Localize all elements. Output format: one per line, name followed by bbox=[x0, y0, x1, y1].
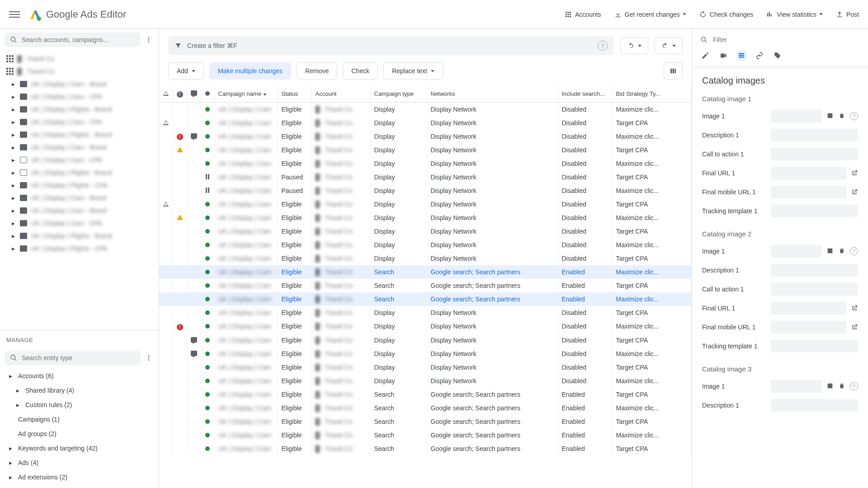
manage-item[interactable]: ▸Shared library (4) bbox=[0, 383, 159, 398]
remove-button[interactable]: Remove bbox=[297, 62, 337, 80]
tree-item[interactable]: ▸UK | Display | Cars - CPA bbox=[0, 154, 159, 166]
field-input[interactable] bbox=[771, 129, 858, 141]
table-row[interactable]: UK | Display | CamEligible█ - Travel CoS… bbox=[159, 442, 692, 455]
image-icon[interactable] bbox=[826, 247, 834, 254]
field-input[interactable] bbox=[771, 283, 858, 296]
tree-item[interactable]: █ - Travel Co bbox=[0, 65, 159, 78]
hamburger-icon[interactable] bbox=[9, 9, 20, 20]
manage-item[interactable]: Ad groups (2) bbox=[0, 427, 159, 441]
get-recent-changes-button[interactable]: Get recent changes bbox=[614, 10, 686, 19]
tree-item[interactable]: ▸UK | Display | Cars - CPA bbox=[0, 116, 159, 128]
col-status[interactable]: Status bbox=[278, 86, 311, 102]
table-row[interactable]: !UK | Display | CamEligible█ - Travel Co… bbox=[159, 319, 692, 333]
undo-button[interactable] bbox=[620, 37, 648, 54]
right-filter[interactable] bbox=[692, 29, 868, 48]
search-accounts-input[interactable] bbox=[5, 33, 141, 47]
manage-item[interactable]: ▸Ad extensions (2) bbox=[0, 470, 159, 484]
table-row[interactable]: UK | Display | CamEligible█ - Travel CoD… bbox=[159, 361, 692, 374]
table-row[interactable]: UK | Display | CamEligible█ - Travel CoS… bbox=[159, 279, 692, 292]
video-icon[interactable] bbox=[718, 51, 728, 61]
manage-item[interactable]: Campaigns (1) bbox=[0, 412, 159, 427]
more-icon[interactable] bbox=[143, 34, 154, 45]
replace-text-button[interactable]: Replace text bbox=[383, 62, 443, 80]
tree-item[interactable]: ▸UK | Display | Flights - Brand bbox=[0, 128, 159, 141]
table-row[interactable]: UK | Display | CamEligible█ - Travel CoD… bbox=[159, 306, 692, 319]
columns-button[interactable] bbox=[664, 62, 683, 80]
manage-item[interactable]: ▸Ads (4) bbox=[0, 455, 159, 470]
field-input[interactable] bbox=[771, 205, 858, 217]
tree-item[interactable]: ▸UK | Display | Cars - CPA bbox=[0, 217, 159, 230]
table-row[interactable]: UK | Display | CamEligible█ - Travel CoD… bbox=[159, 197, 692, 211]
tree-item[interactable]: ▸UK | Display | Flights - Brand bbox=[0, 166, 159, 179]
table-row[interactable]: UK | Display | CamEligible█ - Travel CoD… bbox=[159, 238, 692, 252]
table-row[interactable]: UK | Display | CamPaused█ - Travel CoDis… bbox=[159, 170, 692, 184]
trash-icon[interactable] bbox=[838, 112, 845, 119]
table-row[interactable]: UK | Display | CamEligible█ - Travel CoD… bbox=[159, 225, 692, 238]
field-input[interactable] bbox=[771, 264, 858, 277]
image-icon[interactable] bbox=[826, 382, 834, 389]
redo-button[interactable] bbox=[655, 37, 683, 54]
col-campaign-type[interactable]: Campaign type bbox=[370, 86, 427, 102]
tree-item[interactable]: ▸UK | Display | Flights - CPA bbox=[0, 179, 159, 192]
table-row[interactable]: UK | Display | CamEligible█ - Travel CoD… bbox=[159, 374, 692, 388]
field-input[interactable] bbox=[771, 245, 822, 258]
manage-item[interactable]: ▸Custom rules (2) bbox=[0, 398, 159, 412]
check-button[interactable]: Check bbox=[343, 62, 378, 80]
table-row[interactable]: UK | Display | CamEligible█ - Travel CoS… bbox=[159, 388, 692, 401]
field-input[interactable] bbox=[771, 340, 858, 352]
table-row[interactable]: UK | Display | CamEligible█ - Travel CoD… bbox=[159, 347, 692, 361]
trash-icon[interactable] bbox=[838, 247, 845, 254]
table-row[interactable]: UK | Display | CamEligible█ - Travel CoD… bbox=[159, 102, 692, 116]
tree-item[interactable]: ▸UK | Display | Flights - Brand bbox=[0, 103, 159, 116]
field-input[interactable] bbox=[771, 110, 822, 122]
col-status-dot[interactable] bbox=[201, 86, 214, 102]
field-input[interactable] bbox=[771, 380, 822, 393]
link-icon[interactable] bbox=[755, 51, 764, 61]
trash-icon[interactable] bbox=[838, 382, 845, 389]
col-bid-strategy[interactable]: Bid Strategy Ty... bbox=[612, 86, 692, 102]
table-row[interactable]: UK | Display | CamEligible█ - Travel CoD… bbox=[159, 252, 692, 265]
table-row[interactable]: UK | Display | CamEligible█ - Travel CoD… bbox=[159, 157, 692, 170]
field-input[interactable] bbox=[771, 321, 846, 333]
table-row[interactable]: UK | Display | CamEligible█ - Travel CoS… bbox=[159, 265, 692, 279]
add-button[interactable]: Add bbox=[168, 62, 204, 80]
post-button[interactable]: Post bbox=[835, 10, 859, 19]
open-icon[interactable] bbox=[851, 305, 858, 312]
open-icon[interactable] bbox=[851, 169, 858, 177]
table-row[interactable]: UK | Display | CamEligible█ - Travel CoS… bbox=[159, 415, 692, 428]
col-account[interactable]: Account bbox=[311, 86, 370, 102]
tree-item[interactable]: █ - Travel Co bbox=[0, 52, 159, 65]
field-input[interactable] bbox=[771, 167, 846, 179]
col-include-search[interactable]: Include search... bbox=[558, 86, 612, 102]
table-row[interactable]: UK | Display | CamEligible█ - Travel CoD… bbox=[159, 211, 692, 225]
field-input[interactable] bbox=[771, 399, 858, 412]
filter-input[interactable]: Create a filter ⌘F ? bbox=[168, 36, 614, 55]
col-campaign-name[interactable]: Campaign name bbox=[214, 86, 278, 102]
list-icon[interactable] bbox=[736, 51, 746, 61]
tree-item[interactable]: ▸UK | Display | Cars - CPA bbox=[0, 90, 159, 103]
view-statistics-button[interactable]: View statistics bbox=[766, 10, 823, 19]
search-entity-input[interactable] bbox=[5, 351, 141, 365]
tag-icon[interactable] bbox=[773, 51, 783, 61]
more-icon[interactable] bbox=[143, 352, 154, 363]
table-row[interactable]: UK | Display | CamEligible█ - Travel CoS… bbox=[159, 428, 692, 442]
tree-item[interactable]: ▸UK | Display | Cars - Brand bbox=[0, 78, 159, 90]
tree-item[interactable]: ▸UK | Display | Cars - Brand bbox=[0, 192, 159, 204]
field-input[interactable] bbox=[771, 186, 846, 198]
manage-item[interactable]: ▸Accounts (6) bbox=[0, 369, 159, 383]
table-row[interactable]: UK | Display | CamEligible█ - Travel CoS… bbox=[159, 401, 692, 415]
table-row[interactable]: UK | Display | CamEligible█ - Travel CoD… bbox=[159, 333, 692, 347]
table-row[interactable]: !UK | Display | CamEligible█ - Travel Co… bbox=[159, 130, 692, 144]
manage-item[interactable]: ▸Keywords and targeting (42) bbox=[0, 441, 159, 455]
table-row[interactable]: UK | Display | CamPaused█ - Travel CoDis… bbox=[159, 184, 692, 197]
help-icon[interactable]: ? bbox=[850, 112, 858, 120]
field-input[interactable] bbox=[771, 148, 858, 160]
tree-item[interactable]: ▸UK | Display | Flights - CPA bbox=[0, 242, 159, 255]
col-alert[interactable]: ! bbox=[173, 86, 187, 102]
check-changes-button[interactable]: Check changes bbox=[699, 10, 754, 19]
col-networks[interactable]: Networks bbox=[427, 86, 558, 102]
table-row[interactable]: UK | Display | CamEligible█ - Travel CoS… bbox=[159, 292, 692, 306]
tree-item[interactable]: ▸UK | Display | Cars - Brand bbox=[0, 204, 159, 217]
help-icon[interactable]: ? bbox=[850, 247, 858, 255]
help-icon[interactable]: ? bbox=[850, 382, 858, 390]
